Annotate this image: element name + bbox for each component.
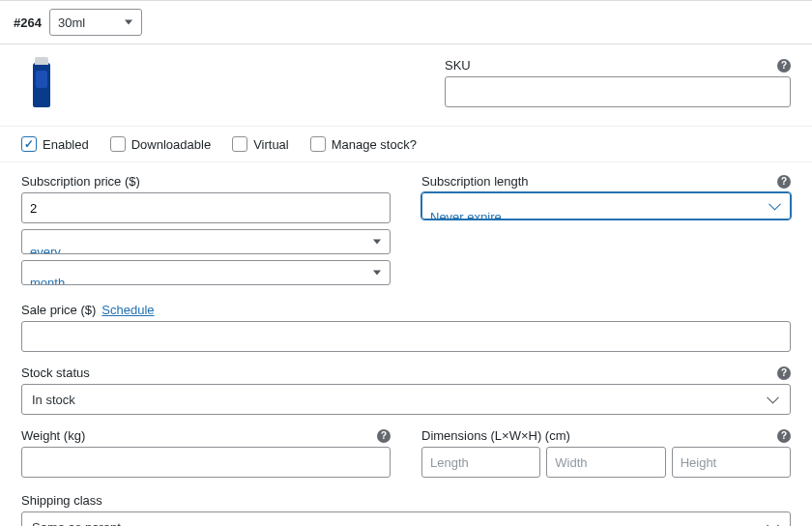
shipping-class-select[interactable]: Same as parent <box>21 511 791 526</box>
help-icon[interactable]: ? <box>777 175 791 189</box>
manage-stock-label: Manage stock? <box>332 137 417 152</box>
variation-image[interactable] <box>21 58 62 112</box>
virtual-checkbox-wrap[interactable]: Virtual <box>232 136 289 152</box>
stock-status-select[interactable]: In stock <box>21 384 791 415</box>
sku-label: SKU <box>445 58 471 73</box>
length-input[interactable] <box>421 447 540 478</box>
downloadable-label: Downloadable <box>131 137 211 152</box>
enabled-label: Enabled <box>43 137 89 152</box>
enabled-checkbox[interactable] <box>21 136 37 152</box>
help-icon[interactable]: ? <box>377 429 391 443</box>
variation-id: #264 <box>14 15 42 30</box>
dimensions-label: Dimensions (L×W×H) (cm) <box>421 428 570 443</box>
schedule-link[interactable]: Schedule <box>102 303 154 317</box>
downloadable-checkbox[interactable] <box>110 136 126 152</box>
subscription-price-input[interactable] <box>21 192 391 223</box>
height-input[interactable] <box>672 447 791 478</box>
manage-stock-checkbox[interactable] <box>310 136 326 152</box>
manage-stock-checkbox-wrap[interactable]: Manage stock? <box>310 136 417 152</box>
sku-input[interactable] <box>445 76 791 107</box>
virtual-label: Virtual <box>253 137 289 152</box>
shipping-class-label: Shipping class <box>21 493 102 508</box>
billing-interval-select[interactable]: every <box>21 229 391 254</box>
subscription-length-label: Subscription length <box>421 174 529 189</box>
sale-price-input[interactable] <box>21 321 791 352</box>
product-thumbnail-icon <box>33 63 50 107</box>
downloadable-checkbox-wrap[interactable]: Downloadable <box>110 136 211 152</box>
subscription-price-label: Subscription price ($) <box>21 174 140 189</box>
attribute-select[interactable]: 30ml <box>49 9 142 36</box>
help-icon[interactable]: ? <box>777 429 791 443</box>
help-icon[interactable]: ? <box>777 59 791 73</box>
variation-header: #264 30ml <box>0 0 812 44</box>
sale-price-label: Sale price ($) <box>21 303 96 317</box>
virtual-checkbox[interactable] <box>232 136 247 152</box>
attribute-select-wrap: 30ml <box>49 9 142 36</box>
stock-status-label: Stock status <box>21 365 90 380</box>
width-input[interactable] <box>546 447 665 478</box>
variation-panel: #264 30ml SKU ? <box>0 0 812 526</box>
subscription-length-select[interactable]: Never expire <box>421 192 791 219</box>
billing-period-select[interactable]: month <box>21 260 391 285</box>
enabled-checkbox-wrap[interactable]: Enabled <box>21 136 89 152</box>
weight-label: Weight (kg) <box>21 428 85 443</box>
weight-input[interactable] <box>21 447 391 478</box>
help-icon[interactable]: ? <box>777 366 791 380</box>
top-row: SKU ? <box>0 44 812 127</box>
options-row: Enabled Downloadable Virtual Manage stoc… <box>0 127 812 162</box>
